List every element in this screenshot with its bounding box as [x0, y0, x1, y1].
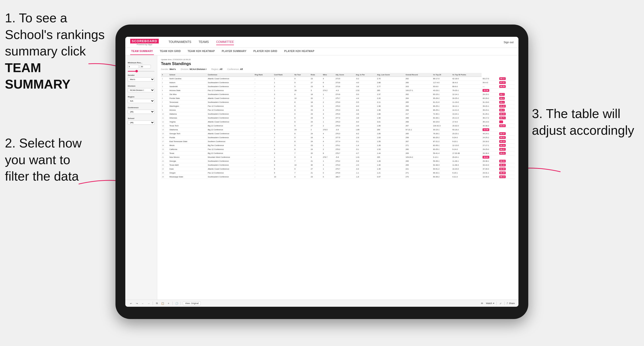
data-cell: 1.30: [376, 163, 404, 167]
sub-nav-player-h2h-grid[interactable]: PLAYER H2H GRID: [252, 48, 278, 55]
data-cell: 8: [322, 151, 335, 155]
conference-cell: Southeastern Conference: [207, 81, 254, 85]
sub-nav-player-summary[interactable]: PLAYER SUMMARY: [221, 48, 248, 55]
nav-teams[interactable]: TEAMS: [198, 39, 208, 45]
undo-icon[interactable]: ↩: [129, 301, 133, 305]
data-cell: 4: [322, 163, 335, 167]
data-cell: 2.52: [355, 89, 376, 93]
min-rou-min-input[interactable]: [128, 65, 139, 68]
data-cell: -: [254, 77, 273, 81]
conference-cell: Atlantic Coast Conference: [207, 167, 254, 171]
step2-text: 2. Select howyou want tofilter the data: [5, 136, 82, 183]
region-select[interactable]: N/A All: [128, 99, 154, 103]
view-original-button[interactable]: View: Original: [183, 301, 201, 305]
copy-icon[interactable]: ⧉: [155, 301, 159, 305]
clock-icon[interactable]: 🕐: [175, 301, 179, 305]
data-cell: -2.0: [355, 163, 376, 167]
gender-select[interactable]: Men's Women's: [128, 77, 154, 81]
eye-icon: 👁: [480, 301, 484, 305]
data-cell: 9-14-0: [451, 148, 482, 151]
conference-filter-display: Conference: All: [227, 68, 243, 70]
conference-cell: Southern Conference: [207, 140, 254, 144]
conference-select[interactable]: (All): [128, 110, 154, 114]
school-cell: Tennessee: [168, 100, 207, 104]
paste-icon[interactable]: 📋: [161, 301, 164, 305]
data-cell: -1.8: [355, 175, 376, 179]
data-cell: 29-38-1: [482, 159, 498, 163]
data-cell: 87-21-2: [432, 140, 451, 144]
min-rou-max-input[interactable]: [140, 65, 151, 68]
data-cell: 10-30-0: [482, 175, 498, 179]
share-button[interactable]: ⤴ Share: [507, 302, 515, 305]
conference-filter-value: All: [240, 68, 243, 70]
data-cell: 1.86: [376, 112, 404, 116]
data-cell: 33-44-3: [482, 163, 498, 167]
redo-icon[interactable]: ↪: [135, 301, 139, 305]
data-cell: 7: [294, 171, 310, 175]
forward-icon[interactable]: →: [147, 301, 150, 305]
data-cell: 221: [405, 167, 432, 171]
data-cell: 279.1: [335, 144, 355, 148]
conference-cell: Southeastern Conference: [207, 85, 254, 89]
data-cell: 3: [273, 93, 294, 96]
division-filter-label: Division:: [180, 68, 190, 70]
data-cell: 8: [273, 159, 294, 163]
data-cell: 3: [322, 116, 335, 120]
data-cell: 26: [294, 89, 310, 93]
rou-slider-track[interactable]: [128, 71, 154, 72]
data-cell: 9: [294, 124, 310, 128]
data-cell: 8: [294, 140, 310, 144]
school-cell: Oklahoma: [168, 128, 207, 132]
watch-button[interactable]: Watch ▾: [486, 302, 494, 305]
col-adj-score: Adj. Score: [335, 73, 355, 77]
conference-cell: Atlantic Coast Conference: [207, 120, 254, 124]
data-cell: 17: [161, 140, 168, 144]
sub-nav-player-h2h-heatmap[interactable]: PLAYER H2H HEATMAP: [283, 48, 316, 55]
data-cell: 268: [405, 116, 432, 120]
data-cell: 1.39: [376, 167, 404, 171]
data-cell: 5: [161, 93, 168, 96]
sub-nav-team-h2h-grid[interactable]: TEAM H2H GRID: [159, 48, 182, 55]
data-cell: -5.1: [355, 140, 376, 144]
school-cell: Vanderbilt: [168, 85, 207, 89]
col-rank: #: [161, 73, 168, 77]
data-cell: 11: [161, 116, 168, 120]
data-cell: 12-13-0: [451, 144, 482, 148]
division-select[interactable]: NCAA Division I NCAA Division II NCAA Di…: [128, 88, 154, 92]
slider-thumb[interactable]: [136, 70, 138, 72]
table-row: 20TexasBig 12 Conference-37208278.7-0.71…: [161, 151, 515, 155]
data-cell: 36-17-2: [482, 116, 498, 120]
school-select[interactable]: (All): [128, 121, 154, 125]
data-cell: 278.2: [335, 148, 355, 151]
data-cell: 86.91: [498, 151, 515, 155]
bottom-toolbar: ↩ ↪ ← → ⧉ 📋 + 🕐 View: Original 👁 Watch ▾…: [125, 300, 518, 307]
data-cell: 11-19-0: [451, 100, 482, 104]
data-cell: 61-21-0: [432, 100, 451, 104]
data-cell: 270: [405, 175, 432, 179]
sub-nav-team-h2h-heatmap[interactable]: TEAM H2H HEATMAP: [187, 48, 216, 55]
sub-nav-team-summary[interactable]: TEAM SUMMARY: [130, 48, 154, 55]
conference-cell: Southeastern Conference: [207, 112, 254, 116]
tablet-frame: SCOREBOARD Powered by clippi TOURNAMENTS…: [116, 24, 528, 319]
data-cell: 9-24-0: [451, 136, 482, 140]
nav-tournaments[interactable]: TOURNAMENTS: [168, 39, 191, 45]
data-cell: 1.98: [376, 104, 404, 108]
data-cell: 2.20: [376, 96, 404, 100]
settings-icon[interactable]: +: [166, 301, 170, 305]
expand-icon[interactable]: ⤢: [498, 301, 502, 305]
conference-filter-label: Conference:: [227, 68, 240, 70]
data-cell: 1: [322, 144, 335, 148]
sign-out-button[interactable]: Sign out: [504, 41, 514, 44]
back-icon[interactable]: ←: [141, 301, 145, 305]
data-cell: 26: [161, 175, 168, 179]
nav-committee[interactable]: COMMITTEE: [216, 39, 234, 45]
data-cell: 268: [405, 108, 432, 112]
data-cell: 8: [294, 120, 310, 124]
data-cell: 8: [161, 104, 168, 108]
data-cell: 9: [294, 136, 310, 140]
data-cell: 80.1: [498, 100, 515, 104]
min-rou-label: Minimum Rou...: [128, 62, 154, 64]
data-cell: -2.9: [355, 136, 376, 140]
data-cell: 59-41-4: [432, 151, 451, 155]
data-cell: 1.28: [376, 144, 404, 148]
